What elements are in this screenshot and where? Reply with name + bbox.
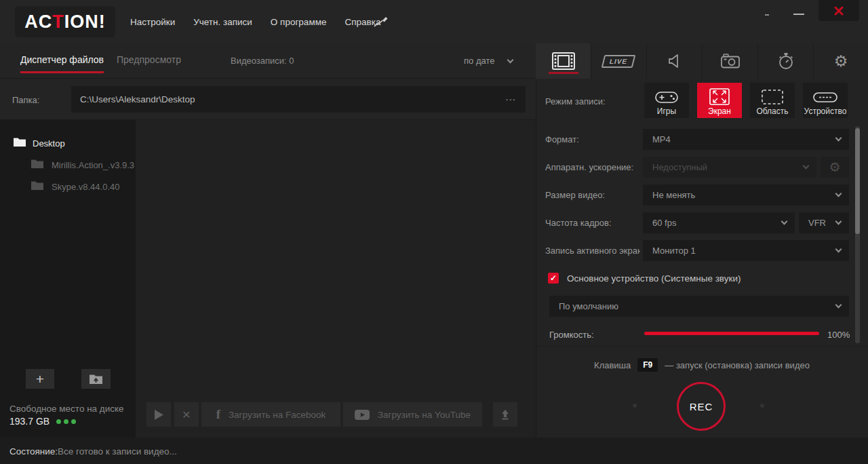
- folder-path-input[interactable]: C:\Users\Aleksandr\Desktop ...: [71, 86, 526, 113]
- action-app-window: ACTION! Настройки Учетн. записи О програ…: [0, 0, 868, 464]
- mode-screen-button[interactable]: Экран: [697, 83, 742, 118]
- chevron-down-icon: [835, 218, 842, 225]
- folder-icon: [14, 137, 26, 147]
- delete-button[interactable]: ×: [174, 402, 199, 427]
- upload-youtube-button[interactable]: Загрузить на YouTube: [343, 402, 482, 427]
- framerate-value: 60 fps: [652, 218, 676, 228]
- gear-icon: ⚙: [829, 161, 840, 174]
- format-label: Формат:: [545, 134, 579, 144]
- mode-region-label: Область: [756, 107, 788, 116]
- active-tab-underline: [549, 72, 578, 74]
- system-sound-checkbox[interactable]: ✓: [548, 273, 559, 284]
- film-icon: [552, 52, 575, 70]
- rec-button[interactable]: REC: [677, 382, 726, 431]
- system-sound-label: Основное устройство (Системные звуки): [567, 273, 741, 284]
- logo-part-red: T: [52, 11, 64, 32]
- tray-minimize-icon[interactable]: [765, 14, 769, 16]
- video-size-dropdown[interactable]: Не менять: [643, 185, 849, 206]
- tab-settings[interactable]: ⚙: [814, 43, 868, 79]
- mode-device-button[interactable]: Устройство: [803, 83, 848, 118]
- tab-benchmark[interactable]: [758, 43, 814, 79]
- sort-dropdown[interactable]: по дате: [464, 56, 494, 66]
- hw-accel-label: Аппаратн. ускорение:: [545, 162, 633, 172]
- scrollbar-thumb[interactable]: [855, 128, 860, 234]
- tree-item-mirillis[interactable]: Mirillis.Action_.v3.9.3: [52, 160, 134, 170]
- framerate-mode-value: VFR: [808, 218, 826, 228]
- app-logo: ACTION!: [15, 6, 115, 37]
- mode-games-label: Игры: [657, 107, 676, 116]
- menubar: Настройки Учетн. записи О программе Спра…: [130, 0, 380, 43]
- plus-icon: +: [36, 371, 44, 387]
- menu-settings[interactable]: Настройки: [130, 17, 175, 27]
- folder-import-icon: [90, 374, 102, 384]
- tab-live-streaming[interactable]: LIVE: [591, 43, 647, 79]
- tab-audio-recording[interactable]: [647, 43, 703, 79]
- browse-button[interactable]: ...: [505, 91, 516, 102]
- video-size-value: Не менять: [652, 190, 695, 200]
- hw-accel-dropdown: Недоступный: [643, 157, 816, 178]
- chevron-down-icon: [803, 163, 810, 170]
- rec-side-dot: [760, 404, 764, 408]
- recording-mode-label: Режим записи:: [545, 96, 606, 107]
- free-space-line: 193.7 GB: [9, 416, 76, 427]
- hotkey-prefix: Клавиша: [594, 360, 631, 370]
- videos-counter: Видеозаписи: 0: [231, 56, 294, 66]
- import-folder-button[interactable]: [81, 369, 111, 389]
- stopwatch-icon: [777, 52, 795, 70]
- upload-button[interactable]: [493, 402, 517, 427]
- free-space-value: 193.7 GB: [9, 416, 50, 427]
- upload-facebook-label: Загрузить на Facebook: [229, 410, 326, 420]
- minimize-icon[interactable]: [793, 14, 804, 15]
- free-space-label: Свободное место на диске: [9, 404, 124, 414]
- speaker-icon: [667, 54, 682, 69]
- close-button[interactable]: [818, 0, 859, 21]
- folder-path-value: C:\Users\Aleksandr\Desktop: [80, 94, 195, 104]
- folder-icon: [31, 159, 43, 168]
- pen-icon[interactable]: [373, 15, 391, 31]
- monitor-dropdown[interactable]: Монитор 1: [643, 240, 849, 261]
- volume-label: Громкость:: [549, 330, 594, 340]
- active-screen-label: Запись активного экрана: [545, 246, 640, 256]
- framerate-label: Частота кадров:: [545, 218, 612, 228]
- chevron-down-icon: [835, 135, 842, 142]
- hotkey-description: — запуск (остановка) записи видео: [665, 360, 810, 370]
- hw-accel-settings-button: ⚙: [821, 157, 849, 178]
- hw-accel-value: Недоступный: [652, 162, 707, 172]
- gamepad-icon: [654, 89, 679, 105]
- mode-games-button[interactable]: Игры: [644, 83, 689, 118]
- add-folder-button[interactable]: +: [26, 369, 54, 389]
- facebook-icon: f: [216, 407, 220, 422]
- volume-slider[interactable]: [644, 332, 819, 335]
- framerate-mode-dropdown[interactable]: VFR: [799, 212, 849, 233]
- play-icon: [155, 410, 163, 420]
- disk-space-dots: [56, 419, 76, 424]
- camera-icon: [721, 54, 740, 69]
- close-icon: [834, 6, 844, 16]
- tab-file-manager[interactable]: Диспетчер файлов: [20, 54, 104, 73]
- rec-side-dot: [633, 404, 637, 408]
- menu-about[interactable]: О программе: [271, 17, 327, 27]
- upload-facebook-button[interactable]: f Загрузить на Facebook: [201, 402, 340, 427]
- menu-accounts[interactable]: Учетн. записи: [193, 17, 252, 27]
- folder-icon: [31, 180, 43, 190]
- framerate-dropdown[interactable]: 60 fps: [643, 212, 795, 233]
- tree-item-skype[interactable]: Skype.v8.44.0.40: [52, 182, 119, 192]
- mode-screen-label: Экран: [708, 107, 731, 116]
- delete-icon: ×: [182, 406, 191, 423]
- tab-preview[interactable]: Предпросмотр: [117, 54, 181, 65]
- play-button[interactable]: [146, 402, 171, 427]
- files-area: [136, 120, 536, 438]
- chevron-down-icon: [835, 191, 842, 197]
- audio-device-dropdown[interactable]: По умолчанию: [549, 296, 849, 317]
- format-dropdown[interactable]: MP4: [643, 129, 849, 150]
- device-icon: [812, 89, 838, 105]
- tree-item-desktop[interactable]: Desktop: [33, 138, 65, 149]
- youtube-icon: [355, 410, 370, 420]
- mode-region-button[interactable]: Область: [750, 83, 795, 118]
- tab-screenshots[interactable]: [703, 43, 758, 79]
- hotkey-key[interactable]: F9: [637, 358, 658, 372]
- status-label: Состояние:: [9, 446, 58, 457]
- folder-path-label: Папка:: [12, 95, 39, 105]
- logo-part: AC: [24, 11, 52, 32]
- fullscreen-icon: [709, 88, 730, 105]
